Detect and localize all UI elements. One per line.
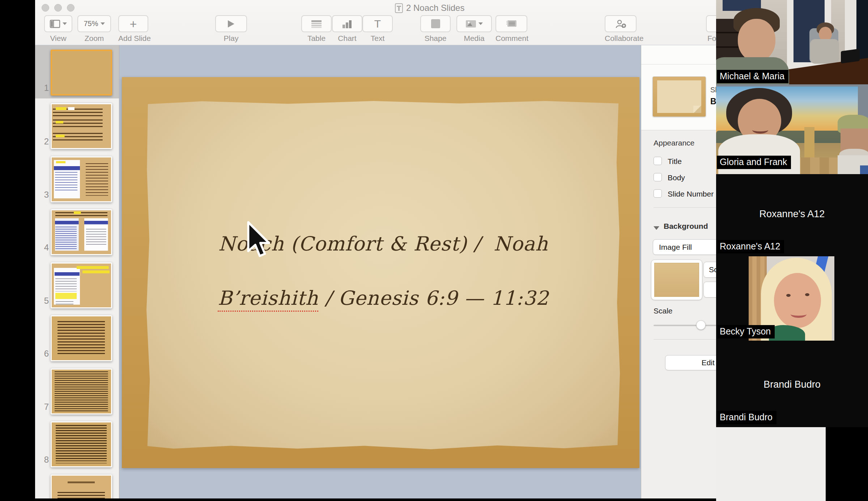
toolbar-item-zoom: 75% Zoom [77,15,111,43]
appearance-header: Appearance [654,139,694,147]
toolbar: 2 Noach Slides View 75% Zoom + [35,0,716,45]
play-button[interactable] [215,15,247,32]
slide-number: 2 [39,136,49,147]
close-button[interactable] [42,4,49,12]
add-slide-button[interactable]: + [118,15,148,32]
edit-master-slide-button[interactable]: Edit Master Slide [665,355,716,370]
document-title: 2 Noach Slides [406,3,464,13]
toolbar-item-play: Play [215,15,247,43]
comment-button[interactable] [495,15,527,32]
participant-name-label: Becky Tyson [717,325,775,338]
chevron-down-icon [478,22,483,25]
slide-number: 7 [39,402,49,412]
choose-image-button[interactable] [703,282,716,298]
minimize-button[interactable] [54,4,62,12]
slide-title-line-2[interactable]: B’reishith / Genesis 6:9 — 11:32 [145,287,621,310]
fill-mode-select[interactable]: Scale To Fill [703,262,716,278]
toolbar-item-chart: Chart [332,15,362,43]
comment-icon [506,20,517,28]
slide-number: 8 [39,455,49,465]
slide-thumbnail-7[interactable] [51,369,112,414]
slide-thumbnail-9[interactable] [51,475,112,498]
media-button[interactable] [456,15,492,32]
fill-type-select[interactable]: Image Fill [653,239,716,255]
participant-name-label: Gloria and Frank [717,156,791,169]
zoom-control[interactable]: 75% [77,15,111,32]
man-face [738,19,775,62]
title-checkbox-label[interactable]: Title [668,157,682,166]
scale-slider-thumb[interactable] [696,320,706,330]
shape-button[interactable] [420,15,451,32]
toolbar-item-comment: Comment [495,15,527,43]
smile [791,311,807,318]
table-button[interactable] [301,15,332,32]
shape-label: Shape [420,34,451,43]
add-slide-label: Add Slide [118,34,148,43]
keynote-window: 2 Noach Slides View 75% Zoom + [35,0,716,498]
chart-icon [342,19,352,29]
blue-stripe [860,165,868,174]
body-checkbox-label[interactable]: Body [668,173,685,182]
tower [804,127,814,157]
format-label: Format [706,34,716,43]
slide-thumbnail-3[interactable] [51,156,112,202]
slide-number-checkbox-label[interactable]: Slide Number [668,190,714,198]
slide-number-checkbox[interactable] [654,189,662,198]
video-tile-michael-maria[interactable]: Michael & Maria [716,0,868,84]
slide-thumbnail-1[interactable] [51,50,112,96]
slide-number: 3 [39,190,49,200]
collaborate-person-icon [615,19,626,29]
view-panels-icon [50,20,60,28]
toolbar-item-collaborate: Collaborate [605,15,637,43]
slide-thumbnail-8[interactable] [51,421,112,467]
text-T-icon: T [374,18,381,30]
view-label: View [44,34,72,43]
text-label: Text [362,34,393,43]
eye [786,294,791,297]
slide-thumbnail-5[interactable] [51,262,112,308]
current-slide[interactable]: Noach (Comfort & Rest) / Noah B’reishith… [122,77,639,468]
toolbar-item-shape: Shape [420,15,451,43]
toolbar-item-table: Table [301,15,332,43]
window-controls [42,4,81,12]
text-button[interactable]: T [362,15,393,32]
empty-panel-area [716,427,826,501]
toolbar-item-view: View [44,15,72,43]
table-icon [311,20,322,28]
format-inspector: Slide Layout Blank Appearance Title Body… [641,45,716,498]
background-disclosure-triangle[interactable] [654,226,659,230]
misspelled-word: B’reishith [218,287,318,312]
slide-thumbnail-6[interactable] [51,315,112,361]
slide-layout-header: Slide Layout [710,86,716,94]
zoom-window-button[interactable] [67,4,75,12]
slide-layout-section: Slide Layout Blank [641,45,716,130]
participant-name-label: Michael & Maria [717,70,788,83]
divider [641,64,716,64]
toolbar-item-add-slide: + Add Slide [118,15,148,43]
background-image-well[interactable] [651,260,702,300]
shape-square-icon [431,19,440,28]
video-tile-roxanne[interactable]: Roxanne's A12 Roxanne's A12 [716,174,868,254]
slide-number: 4 [39,243,49,253]
collaborate-button[interactable] [605,15,637,32]
document-title-area: 2 Noach Slides [395,3,464,13]
slide-thumbnail-4[interactable] [51,209,112,255]
slide-number: 6 [39,349,49,359]
slide-layout-preview[interactable] [652,76,706,117]
video-tile-gloria-frank[interactable]: Gloria and Frank [716,84,868,174]
slide-title-line-1[interactable]: Noach (Comfort & Rest) / Noah [145,232,621,255]
video-tile-brandi[interactable]: Brandi Budro Brandi Budro [716,342,868,427]
slide-thumbnail-2[interactable] [51,103,112,149]
media-label: Media [456,34,492,43]
collaborate-label: Collaborate [605,34,637,43]
view-button[interactable] [44,15,72,32]
video-tile-becky[interactable]: Becky Tyson [716,254,868,342]
title-checkbox[interactable] [654,157,662,165]
body-checkbox[interactable] [654,173,662,181]
slide-canvas: Noach (Comfort & Rest) / Noah B’reishith… [119,45,641,498]
scale-slider-track[interactable] [654,325,716,326]
participant-name-centered: Roxanne's A12 [716,209,868,220]
format-button[interactable] [706,15,716,32]
chart-button[interactable] [332,15,362,32]
slide-title-line-2-rest: / Genesis 6:9 — 11:32 [318,287,549,310]
